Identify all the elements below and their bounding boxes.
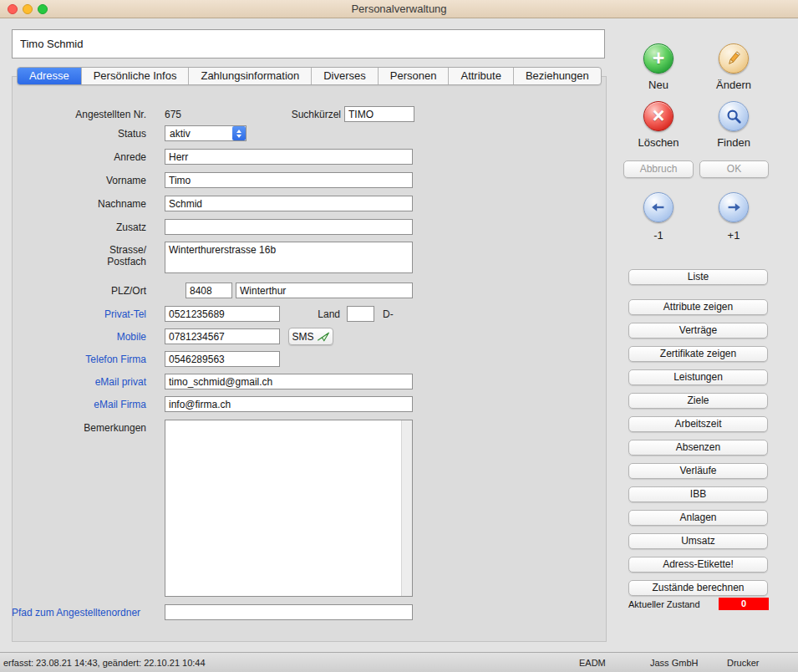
send-sms-icon bbox=[317, 331, 330, 343]
suchkuerzel-input[interactable] bbox=[344, 106, 414, 122]
arrow-left-icon bbox=[649, 198, 668, 216]
status-select[interactable]: aktiv bbox=[165, 125, 247, 141]
stepper-icon bbox=[232, 126, 246, 140]
loeschen-label: Löschen bbox=[633, 136, 684, 149]
bemerkungen-input[interactable] bbox=[165, 420, 401, 596]
strasse-label: Strasse/ Postfach bbox=[12, 244, 146, 267]
neu-button[interactable]: + bbox=[643, 43, 673, 74]
nav-button-vertraege[interactable]: Verträge bbox=[628, 323, 768, 339]
email-firma-input[interactable] bbox=[165, 396, 413, 412]
finden-label: Finden bbox=[709, 136, 759, 149]
nav-button-anlagen[interactable]: Anlagen bbox=[628, 510, 768, 526]
window-title: Personalverwaltung bbox=[351, 3, 446, 15]
mobile-input[interactable] bbox=[165, 328, 280, 344]
nav-button-zustaende-berechnen[interactable]: Zustände berechnen bbox=[628, 580, 768, 596]
nav-button-umsatz[interactable]: Umsatz bbox=[628, 533, 768, 549]
tab-bar: Adresse Persönliche Infos Zahlungsinform… bbox=[17, 67, 602, 85]
vorname-input[interactable] bbox=[165, 172, 413, 188]
finden-button[interactable] bbox=[719, 101, 749, 131]
bemerkungen-area bbox=[165, 420, 413, 597]
personalverwaltung-window: Personalverwaltung Adresse Persönliche I… bbox=[0, 0, 798, 672]
nav-button-arbeitszeit[interactable]: Arbeitszeit bbox=[628, 416, 768, 432]
strasse-input[interactable]: Winterthurerstrasse 16b bbox=[165, 242, 413, 273]
statusbar-erfasst: erfasst: 23.08.21 14:43, geändert: 22.10… bbox=[3, 658, 206, 668]
tab-adresse[interactable]: Adresse bbox=[18, 68, 82, 84]
tab-persoenliche-infos[interactable]: Persönliche Infos bbox=[82, 68, 190, 84]
privat-tel-input[interactable] bbox=[165, 306, 280, 322]
minimize-button[interactable] bbox=[23, 4, 33, 14]
bemerkungen-label: Bemerkungen bbox=[12, 422, 146, 434]
magnifier-icon bbox=[724, 107, 743, 125]
angestellten-nr-value: 675 bbox=[165, 109, 181, 120]
next-button[interactable] bbox=[719, 192, 749, 222]
nav-button-liste[interactable]: Liste bbox=[628, 269, 768, 285]
nav-button-attribute-zeigen[interactable]: Attribute zeigen bbox=[628, 299, 768, 315]
email-privat-label: eMail privat bbox=[12, 376, 146, 388]
next-label: +1 bbox=[709, 229, 759, 242]
zoom-button[interactable] bbox=[38, 4, 48, 14]
zusatz-label: Zusatz bbox=[12, 221, 146, 233]
land-suffix: D- bbox=[383, 308, 394, 320]
neu-label: Neu bbox=[633, 79, 684, 91]
titlebar: Personalverwaltung bbox=[0, 0, 798, 18]
suchkuerzel-label: Suchkürzel bbox=[276, 109, 341, 120]
name-field[interactable] bbox=[12, 29, 605, 59]
pfad-label: Pfad zum Angestelltenordner bbox=[12, 607, 162, 619]
sms-button[interactable]: SMS bbox=[288, 328, 333, 345]
telefon-firma-input[interactable] bbox=[165, 351, 280, 367]
statusbar-eadm: EADM bbox=[579, 658, 606, 668]
land-label: Land bbox=[288, 308, 340, 320]
land-input[interactable] bbox=[347, 306, 374, 322]
ort-input[interactable] bbox=[236, 283, 413, 298]
aendern-button[interactable] bbox=[719, 43, 749, 74]
delete-x-icon: × bbox=[653, 105, 665, 126]
pfad-input[interactable] bbox=[165, 604, 413, 620]
nav-button-adress-etikette[interactable]: Adress-Etikette! bbox=[628, 557, 768, 573]
anrede-input[interactable] bbox=[165, 149, 413, 165]
telefon-firma-label: Telefon Firma bbox=[12, 354, 146, 365]
aktueller-zustand-label: Aktueller Zustand bbox=[628, 599, 700, 609]
nav-button-verlaeufe[interactable]: Verläufe bbox=[628, 463, 768, 479]
close-button[interactable] bbox=[8, 4, 18, 14]
plz-input[interactable] bbox=[186, 283, 232, 298]
tab-attribute[interactable]: Attribute bbox=[449, 68, 513, 84]
nachname-input[interactable] bbox=[165, 196, 413, 211]
aendern-label: Ändern bbox=[709, 79, 759, 91]
email-privat-input[interactable] bbox=[165, 374, 413, 389]
vorname-label: Vorname bbox=[12, 175, 146, 186]
zusatz-input[interactable] bbox=[165, 219, 413, 235]
nachname-label: Nachname bbox=[12, 198, 146, 210]
privat-tel-label: Privat-Tel bbox=[12, 308, 146, 320]
statusbar-firma: Jass GmbH bbox=[650, 658, 698, 668]
abbruch-button[interactable]: Abbruch bbox=[623, 160, 694, 178]
nav-button-zertifikate-zeigen[interactable]: Zertifikate zeigen bbox=[628, 346, 768, 362]
prev-label: -1 bbox=[633, 229, 684, 242]
zustand-badge: 0 bbox=[719, 598, 769, 610]
scrollbar[interactable] bbox=[401, 420, 412, 596]
loeschen-button[interactable]: × bbox=[643, 101, 673, 131]
plus-icon: + bbox=[653, 48, 665, 69]
statusbar-drucker: Drucker bbox=[727, 658, 760, 668]
nav-button-ziele[interactable]: Ziele bbox=[628, 393, 768, 409]
tab-zahlungsinformation[interactable]: Zahlungsinformation bbox=[189, 68, 312, 84]
arrow-right-icon bbox=[724, 198, 743, 216]
tab-personen[interactable]: Personen bbox=[379, 68, 450, 84]
email-firma-label: eMail Firma bbox=[12, 399, 146, 410]
sms-button-label: SMS bbox=[292, 331, 313, 343]
nav-buttons: Liste Attribute zeigen Verträge Zertifik… bbox=[628, 269, 768, 596]
pencil-icon bbox=[724, 49, 743, 68]
angestellten-nr-label: Angestellten Nr. bbox=[12, 109, 146, 120]
status-value: aktiv bbox=[170, 128, 191, 140]
tab-beziehungen[interactable]: Beziehungen bbox=[514, 68, 601, 84]
plz-ort-label: PLZ/Ort bbox=[12, 285, 146, 297]
anrede-label: Anrede bbox=[12, 151, 146, 163]
tab-diverses[interactable]: Diverses bbox=[312, 68, 379, 84]
prev-button[interactable] bbox=[643, 192, 673, 222]
nav-button-absenzen[interactable]: Absenzen bbox=[628, 440, 768, 456]
mobile-label: Mobile bbox=[12, 331, 146, 343]
nav-button-ibb[interactable]: IBB bbox=[628, 486, 768, 502]
status-label: Status bbox=[12, 128, 146, 140]
nav-button-leistungen[interactable]: Leistungen bbox=[628, 369, 768, 385]
statusbar: erfasst: 23.08.21 14:43, geändert: 22.10… bbox=[0, 652, 798, 672]
ok-button[interactable]: OK bbox=[699, 160, 769, 178]
